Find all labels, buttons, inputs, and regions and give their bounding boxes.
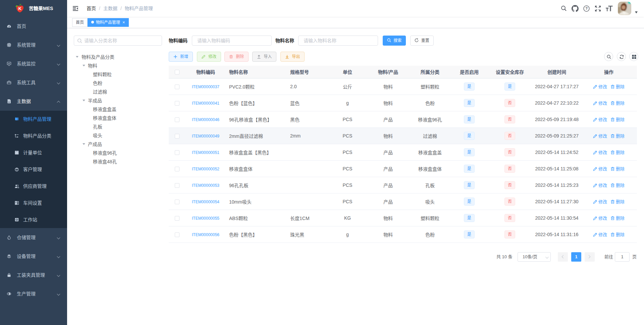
svg-text:?: ? xyxy=(585,6,588,10)
svg-text:K: K xyxy=(18,6,22,11)
